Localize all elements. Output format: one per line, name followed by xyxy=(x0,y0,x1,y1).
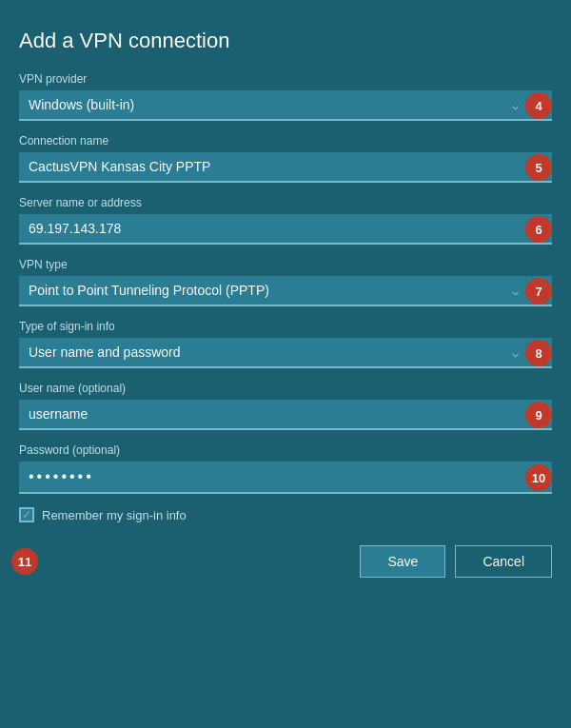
vpn-form: Add a VPN connection VPN provider Window… xyxy=(0,0,571,597)
vpn-type-select[interactable]: Point to Point Tunneling Protocol (PPTP) xyxy=(19,276,552,306)
step-badge-11: 11 xyxy=(11,548,38,575)
cancel-button[interactable]: Cancel xyxy=(455,545,552,578)
step-badge-6: 6 xyxy=(525,216,552,243)
sign-in-type-select[interactable]: User name and password xyxy=(19,338,552,368)
step-badge-10: 10 xyxy=(525,464,552,491)
vpn-provider-select[interactable]: Windows (built-in) xyxy=(19,90,552,121)
step-badge-5: 5 xyxy=(525,154,552,181)
password-label: Password (optional) xyxy=(19,443,552,457)
connection-name-input[interactable] xyxy=(19,152,552,183)
save-button[interactable]: Save xyxy=(360,545,445,578)
vpn-type-group: VPN type Point to Point Tunneling Protoc… xyxy=(19,258,552,306)
connection-name-group: Connection name 5 xyxy=(19,134,552,183)
step-badge-4: 4 xyxy=(525,92,552,119)
username-group: User name (optional) 9 xyxy=(19,382,552,430)
username-input[interactable] xyxy=(19,400,552,430)
password-group: Password (optional) 10 xyxy=(19,443,552,494)
username-label: User name (optional) xyxy=(19,382,552,395)
server-name-row: 6 xyxy=(19,214,552,245)
server-name-group: Server name or address 6 xyxy=(19,196,552,245)
step-badge-7: 7 xyxy=(525,278,552,305)
sign-in-type-label: Type of sign-in info xyxy=(19,320,552,333)
sign-in-type-group: Type of sign-in info User name and passw… xyxy=(19,320,552,368)
vpn-provider-group: VPN provider Windows (built-in) ⌵ 4 xyxy=(19,72,552,121)
page-title: Add a VPN connection xyxy=(19,29,552,53)
remember-signin-row[interactable]: ✓ Remember my sign-in info xyxy=(19,507,552,522)
connection-name-row: 5 xyxy=(19,152,552,183)
server-name-label: Server name or address xyxy=(19,196,552,209)
step-badge-8: 8 xyxy=(525,340,552,366)
vpn-provider-label: VPN provider xyxy=(19,72,552,86)
password-row: 10 xyxy=(19,462,552,494)
password-input[interactable] xyxy=(19,462,552,494)
remember-signin-checkbox[interactable]: ✓ xyxy=(19,507,34,522)
remember-signin-label: Remember my sign-in info xyxy=(42,508,187,522)
vpn-type-row: Point to Point Tunneling Protocol (PPTP)… xyxy=(19,276,552,306)
checkmark-icon: ✓ xyxy=(22,508,31,521)
step-badge-9: 9 xyxy=(525,402,552,428)
connection-name-label: Connection name xyxy=(19,134,552,148)
username-row: 9 xyxy=(19,400,552,430)
sign-in-type-row: User name and password ⌵ 8 xyxy=(19,338,552,368)
vpn-type-label: VPN type xyxy=(19,258,552,271)
vpn-provider-row: Windows (built-in) ⌵ 4 xyxy=(19,90,552,121)
server-name-input[interactable] xyxy=(19,214,552,245)
action-buttons: 11 Save Cancel xyxy=(19,545,552,578)
